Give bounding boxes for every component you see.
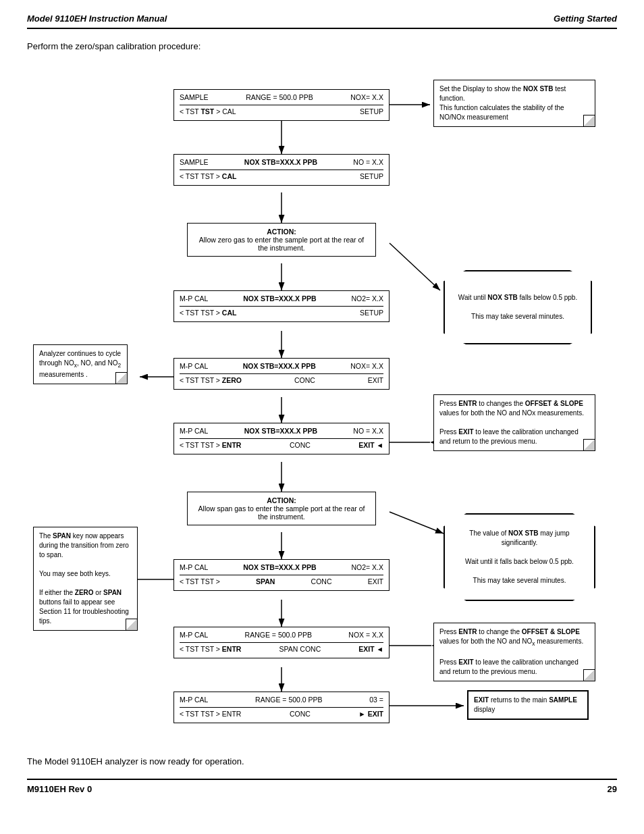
header-title-left: Model 9110EH Instruction Manual	[27, 14, 167, 24]
lcd-box-2: SAMPLE NOX STB=XXX.X PPB NO = X.X < TST …	[173, 154, 390, 186]
action-box-2: ACTION: Allow span gas to enter the samp…	[187, 492, 376, 525]
lcd5-line1: M-P CAL NOX STB=XXX.X PPB NO = X.X	[180, 426, 383, 437]
note-7: Press ENTR to change the OFFSET & SLOPE …	[433, 623, 595, 681]
note-1: Set the Display to show the NOX STB test…	[433, 80, 595, 127]
diagram-area: SAMPLE RANGE = 500.0 PPB NOX= X.X < TST …	[32, 61, 612, 750]
note-3: Press ENTR to changes the OFFSET & SLOPE…	[433, 394, 595, 451]
lcd4-line1: M-P CAL NOX STB=XXX.X PPB NOX= X.X	[180, 361, 383, 372]
footer-right: 29	[608, 784, 617, 794]
svg-line-14	[390, 512, 444, 533]
header-title-right: Getting Started	[554, 14, 617, 24]
note-6: The SPAN key now appears during the tran…	[33, 527, 138, 631]
lcd-box-7: M-P CAL RANGE = 500.0 PPB NOX = X.X < TS…	[173, 627, 390, 658]
lcd-box-8: M-P CAL RANGE = 500.0 PPB 03 = < TST TST…	[173, 692, 390, 723]
lcd-box-6: M-P CAL NOX STB=XXX.X PPB NO2= X.X < TST…	[173, 559, 390, 591]
lcd7-line1: M-P CAL RANGE = 500.0 PPB NOX = X.X	[180, 630, 383, 641]
lcd2-line2: < TST TST > CAL SETUP	[180, 172, 383, 182]
lcd1-line2: < TST TST > CAL SETUP	[180, 107, 383, 118]
lcd7-line2: < TST TST > ENTR SPAN CONC EXIT ◄	[180, 644, 383, 655]
lcd3-line1: M-P CAL NOX STB=XXX.X PPB NO2= X.X	[180, 294, 383, 305]
svg-line-12	[390, 243, 440, 290]
footer: M9110EH Rev 0 29	[27, 779, 617, 794]
lcd8-line2: < TST TST > ENTR CONC ► EXIT	[180, 709, 383, 720]
note-8: EXIT returns to the main SAMPLE display	[467, 690, 589, 720]
lcd6-line2: < TST TST > SPAN CONC EXIT	[180, 577, 383, 588]
lcd3-line2: < TST TST > CAL SETUP	[180, 308, 383, 319]
lcd-box-3: M-P CAL NOX STB=XXX.X PPB NO2= X.X < TST…	[173, 290, 390, 322]
page: Model 9110EH Instruction Manual Getting …	[0, 0, 644, 834]
lcd5-line2: < TST TST > ENTR CONC EXIT ◄	[180, 440, 383, 451]
lcd4-line2: < TST TST > ZERO CONC EXIT	[180, 375, 383, 386]
note-5: Analyzer continues to cycle through NOx,…	[33, 344, 128, 384]
lcd8-line1: M-P CAL RANGE = 500.0 PPB 03 =	[180, 695, 383, 706]
intro-text: Perform the zero/span calibration proced…	[27, 41, 617, 51]
lcd2-line1: SAMPLE NOX STB=XXX.X PPB NO = X.X	[180, 157, 383, 168]
lcd-box-5: M-P CAL NOX STB=XXX.X PPB NO = X.X < TST…	[173, 423, 390, 454]
header: Model 9110EH Instruction Manual Getting …	[27, 14, 617, 29]
footer-left: M9110EH Rev 0	[27, 784, 92, 794]
lcd-box-1: SAMPLE RANGE = 500.0 PPB NOX= X.X < TST …	[173, 89, 390, 121]
outro-text: The Model 9110EH analyzer is now ready f…	[27, 756, 617, 766]
action-box-1: ACTION: Allow zero gas to enter the samp…	[187, 223, 376, 257]
note-2-octagon: Wait until NOX STB falls below 0.5 ppb.T…	[444, 270, 592, 344]
lcd-box-4: M-P CAL NOX STB=XXX.X PPB NOX= X.X < TST…	[173, 358, 390, 390]
note-4-octagon: The value of NOX STB may jump significan…	[444, 513, 595, 601]
lcd6-line1: M-P CAL NOX STB=XXX.X PPB NO2= X.X	[180, 563, 383, 573]
lcd1-line1: SAMPLE RANGE = 500.0 PPB NOX= X.X	[180, 93, 383, 103]
